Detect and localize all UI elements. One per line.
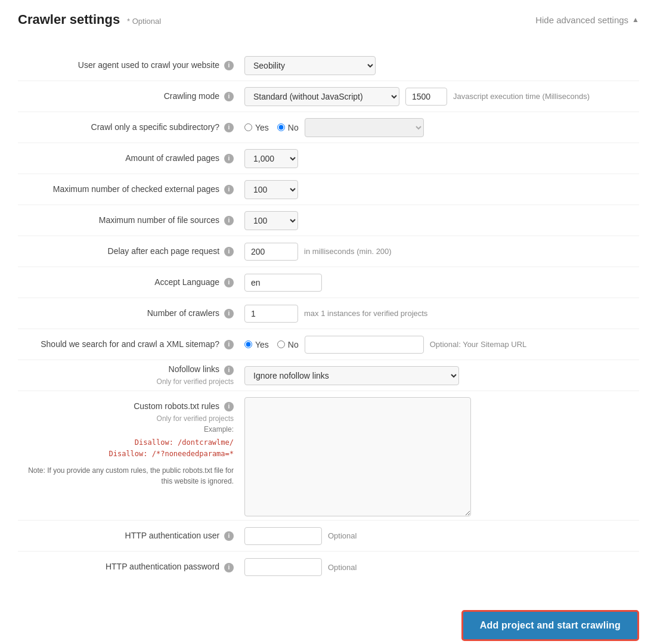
num-crawlers-input[interactable]: [244, 305, 298, 323]
http-password-info-icon[interactable]: i: [224, 563, 234, 572]
user-agent-select[interactable]: Seobility Googlebot Custom: [244, 56, 376, 75]
xml-sitemap-label: Should we search for and crawl a XML sit…: [18, 339, 244, 351]
external-pages-control: 100 50 200 500: [244, 180, 639, 199]
nofollow-info-icon[interactable]: i: [224, 366, 234, 375]
http-user-info-icon[interactable]: i: [224, 531, 234, 541]
page-title-group: Crawler settings * Optional: [18, 12, 161, 27]
accept-language-control: [244, 274, 639, 292]
crawling-mode-info-icon[interactable]: i: [224, 92, 234, 101]
file-sources-row: Maximum number of file sources i 100 50 …: [18, 205, 639, 236]
num-crawlers-info-icon[interactable]: i: [224, 309, 234, 318]
crawling-mode-select[interactable]: Standard (without JavaScript) With JavaS…: [244, 87, 399, 106]
delay-label: Delay after each page request i: [18, 246, 244, 258]
crawled-pages-label: Amount of crawled pages i: [18, 153, 244, 165]
xml-sitemap-no-radio[interactable]: [277, 340, 285, 348]
page-header: Crawler settings * Optional Hide advance…: [18, 12, 639, 33]
hide-advanced-label: Hide advanced settings: [535, 15, 628, 25]
subdirectory-yes-label[interactable]: Yes: [244, 123, 269, 132]
xml-sitemap-radio-group: Yes No: [244, 340, 299, 349]
js-time-input[interactable]: [405, 88, 447, 106]
xml-sitemap-control: Yes No Optional: Your Sitemap URL: [244, 336, 639, 354]
subdirectory-info-icon[interactable]: i: [224, 123, 234, 132]
bottom-bar: Add project and start crawling: [18, 600, 639, 641]
file-sources-select[interactable]: 100 50 200 500: [244, 211, 298, 230]
external-pages-row: Maximum number of checked external pages…: [18, 174, 639, 205]
delay-control: in milliseconds (min. 200): [244, 243, 639, 261]
external-pages-select[interactable]: 100 50 200 500: [244, 180, 298, 199]
external-pages-info-icon[interactable]: i: [224, 185, 234, 194]
delay-hint: in milliseconds (min. 200): [304, 247, 392, 256]
robots-txt-note: Note: If you provide any custom rules, t…: [18, 465, 234, 487]
num-crawlers-control: max 1 instances for verified projects: [244, 305, 639, 323]
nofollow-row: Nofollow links i Only for verified proje…: [18, 360, 639, 391]
file-sources-control: 100 50 200 500: [244, 211, 639, 230]
subdirectory-no-radio[interactable]: [277, 123, 285, 131]
user-agent-label: User agent used to crawl your website i: [18, 60, 244, 72]
robots-txt-label-col: Custom robots.txt rules i Only for verif…: [18, 397, 244, 487]
user-agent-control: Seobility Googlebot Custom: [244, 56, 639, 75]
http-user-control: Optional: [244, 527, 639, 545]
accept-language-info-icon[interactable]: i: [224, 278, 234, 287]
user-agent-row: User agent used to crawl your website i …: [18, 50, 639, 81]
subdirectory-radio-group: Yes No: [244, 123, 299, 132]
subdirectory-no-label[interactable]: No: [277, 123, 299, 132]
delay-input[interactable]: [244, 243, 298, 261]
xml-sitemap-row: Should we search for and crawl a XML sit…: [18, 329, 639, 360]
robots-txt-row: Custom robots.txt rules i Only for verif…: [18, 391, 639, 521]
crawled-pages-select[interactable]: 1,000 500 2,000 5,000 10,000: [244, 149, 298, 168]
js-time-hint: Javascript execution time (Milliseconds): [453, 92, 590, 101]
crawled-pages-info-icon[interactable]: i: [224, 154, 234, 163]
robots-txt-sub-label: Only for verified projects: [18, 414, 234, 424]
delay-info-icon[interactable]: i: [224, 247, 234, 256]
xml-sitemap-yes-label[interactable]: Yes: [244, 340, 269, 349]
robots-example-line2: Disallow: /*?noneededparama=*: [18, 448, 234, 460]
xml-sitemap-no-label[interactable]: No: [277, 340, 299, 349]
subdirectory-label: Crawl only a specific subdirectory? i: [18, 122, 244, 134]
nofollow-label-col: Nofollow links i Only for verified proje…: [18, 364, 244, 386]
subdirectory-yes-radio[interactable]: [244, 123, 252, 131]
crawling-mode-label: Crawling mode i: [18, 91, 244, 103]
http-password-control: Optional: [244, 558, 639, 576]
file-sources-info-icon[interactable]: i: [224, 216, 234, 225]
subdirectory-row: Crawl only a specific subdirectory? i Ye…: [18, 112, 639, 143]
num-crawlers-label: Number of crawlers i: [18, 308, 244, 320]
optional-badge: * Optional: [127, 17, 161, 26]
file-sources-label: Maximum number of file sources i: [18, 215, 244, 227]
http-user-label: HTTP authentication user i: [18, 530, 244, 542]
crawler-settings-form: User agent used to crawl your website i …: [18, 50, 639, 583]
robots-txt-example-code: Disallow: /dontcrawlme/ Disallow: /*?non…: [18, 437, 234, 460]
http-password-row: HTTP authentication password i Optional: [18, 552, 639, 583]
http-user-input[interactable]: [244, 527, 322, 545]
user-agent-info-icon[interactable]: i: [224, 61, 234, 70]
crawling-mode-row: Crawling mode i Standard (without JavaSc…: [18, 81, 639, 112]
delay-row: Delay after each page request i in milli…: [18, 236, 639, 267]
robots-txt-control: [244, 397, 639, 516]
accept-language-label: Accept Language i: [18, 277, 244, 289]
http-password-input[interactable]: [244, 558, 322, 576]
robots-txt-info-icon[interactable]: i: [224, 402, 234, 411]
crawled-pages-control: 1,000 500 2,000 5,000 10,000: [244, 149, 639, 168]
hide-advanced-button[interactable]: Hide advanced settings ▲: [535, 15, 639, 25]
num-crawlers-row: Number of crawlers i max 1 instances for…: [18, 298, 639, 329]
nofollow-sub-label: Only for verified projects: [18, 377, 234, 387]
xml-sitemap-yes-radio[interactable]: [244, 340, 252, 348]
num-crawlers-hint: max 1 instances for verified projects: [304, 309, 427, 318]
robots-txt-textarea[interactable]: [244, 397, 471, 516]
sitemap-url-hint: Optional: Your Sitemap URL: [430, 340, 527, 349]
nofollow-control: Ignore nofollow links Follow nofollow li…: [244, 366, 639, 385]
accept-language-row: Accept Language i: [18, 267, 639, 298]
xml-sitemap-info-icon[interactable]: i: [224, 340, 234, 349]
crawled-pages-row: Amount of crawled pages i 1,000 500 2,00…: [18, 143, 639, 174]
subdirectory-select[interactable]: [305, 118, 424, 137]
crawling-mode-control: Standard (without JavaScript) With JavaS…: [244, 87, 639, 106]
http-user-row: HTTP authentication user i Optional: [18, 521, 639, 552]
http-user-hint: Optional: [328, 531, 357, 540]
nofollow-select[interactable]: Ignore nofollow links Follow nofollow li…: [244, 366, 459, 385]
arrow-up-icon: ▲: [632, 16, 639, 24]
http-password-label: HTTP authentication password i: [18, 561, 244, 573]
sitemap-url-input[interactable]: [305, 336, 424, 354]
add-project-button[interactable]: Add project and start crawling: [461, 610, 639, 641]
subdirectory-control: Yes No: [244, 118, 639, 137]
http-password-hint: Optional: [328, 563, 357, 572]
accept-language-input[interactable]: [244, 274, 322, 292]
